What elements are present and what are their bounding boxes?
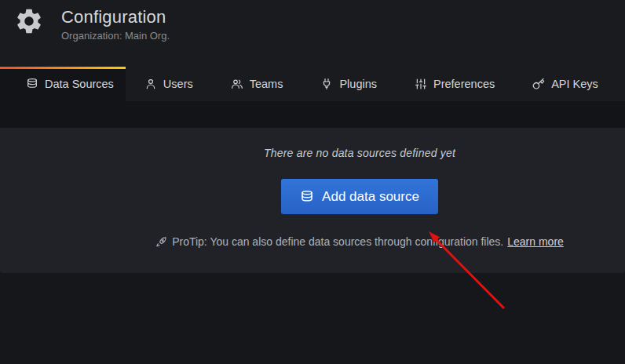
add-button-label: Add data source: [322, 189, 419, 205]
protip-row: ProTip: You can also define data sources…: [94, 235, 625, 248]
page-title: Configuration: [61, 7, 170, 27]
protip-text: ProTip: You can also define data sources…: [172, 235, 503, 248]
tab-label: Teams: [250, 78, 283, 90]
sliders-icon: [415, 78, 427, 90]
tab-preferences[interactable]: Preferences: [396, 67, 514, 101]
footer-band: [0, 273, 625, 364]
tab-label: Data Sources: [45, 78, 114, 90]
configuration-page: Configuration Organization: Main Org. Da…: [0, 0, 625, 364]
tab-teams[interactable]: Teams: [212, 67, 302, 101]
rocket-icon: [155, 236, 167, 248]
tab-underbar: [0, 101, 625, 128]
key-icon: [532, 78, 545, 90]
tab-label: Preferences: [433, 78, 495, 90]
tab-label: Users: [163, 78, 193, 90]
tab-data-sources[interactable]: Data Sources: [0, 67, 126, 101]
content-panel: There are no data sources defined yet Ad…: [0, 128, 625, 273]
plug-icon: [320, 78, 333, 90]
tab-label: API Keys: [551, 78, 598, 90]
tab-label: Plugins: [339, 78, 377, 90]
gear-icon: [14, 6, 44, 36]
add-data-source-button[interactable]: Add data source: [281, 179, 438, 214]
empty-state: There are no data sources defined yet Ad…: [94, 128, 625, 248]
users-icon: [231, 78, 243, 90]
tab-api-keys[interactable]: API Keys: [514, 67, 617, 101]
tab-bar: Data Sources Users Teams: [0, 67, 625, 101]
empty-state-message: There are no data sources defined yet: [94, 128, 625, 159]
tab-plugins[interactable]: Plugins: [302, 67, 396, 101]
tab-users[interactable]: Users: [126, 67, 212, 101]
page-header: Configuration Organization: Main Org.: [0, 0, 625, 67]
learn-more-link[interactable]: Learn more: [507, 235, 564, 248]
database-icon: [300, 190, 314, 204]
user-icon: [144, 78, 157, 90]
database-icon: [26, 78, 38, 90]
page-subtitle: Organization: Main Org.: [61, 30, 170, 42]
